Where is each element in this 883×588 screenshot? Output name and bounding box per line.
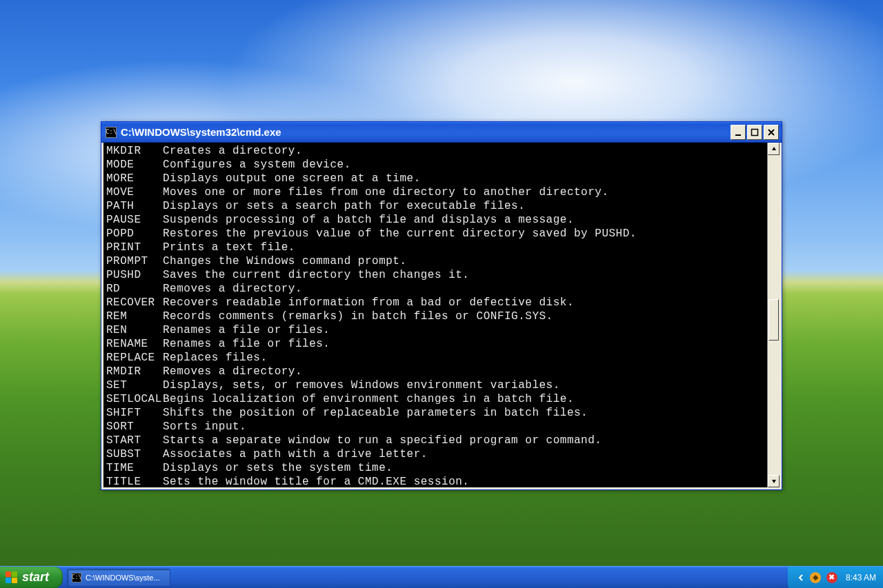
terminal-line: RECOVERRecovers readable information fro… [106,296,764,310]
scroll-thumb[interactable] [768,299,779,341]
command-description: Displays output one screen at a time. [163,172,421,185]
command-name: START [106,434,163,447]
maximize-button[interactable] [747,125,762,140]
chevron-up-icon [771,146,777,152]
command-name: REN [106,323,163,337]
command-description: Changes the Windows command prompt. [163,254,407,268]
command-name: SORT [106,420,163,434]
terminal-line: MOVEMoves one or more files from one dir… [106,185,764,199]
terminal-line: SHIFTShifts the position of replaceable … [106,406,764,420]
command-description: Displays, sets, or removes Windows envir… [163,378,560,392]
terminal-line: REPLACEReplaces files. [106,351,764,365]
taskbar-item-label: C:\WINDOWS\syste... [86,574,160,582]
minimize-button[interactable] [731,125,746,140]
terminal-line: PRINTPrints a text file. [106,241,764,254]
shield-icon[interactable]: ◆ [810,572,821,583]
command-description: Begins localization of environment chang… [163,392,574,406]
command-description: Moves one or more files from one directo… [163,185,609,199]
system-tray: ◆ ✖ 8:43 AM [788,567,883,588]
security-alert-icon[interactable]: ✖ [826,572,837,583]
terminal-line: TIMEDisplays or sets the system time. [106,461,764,475]
command-description: Shifts the position of replaceable param… [163,406,588,420]
command-name: MORE [106,172,163,185]
command-name: PATH [106,199,163,213]
command-name: TIME [106,461,163,475]
terminal-line: POPDRestores the previous value of the c… [106,227,764,241]
cmd-window: C:\ C:\WINDOWS\system32\cmd.exe [101,121,782,490]
window-controls [731,125,779,140]
close-button[interactable] [764,125,779,140]
command-name: PUSHD [106,268,163,282]
svg-rect-0 [735,134,741,136]
cmd-icon: C:\ [72,573,81,582]
command-description: Renames a file or files. [163,323,330,337]
terminal-line: MKDIRCreates a directory. [106,144,764,158]
windows-logo-icon [6,571,18,584]
command-name: PRINT [106,241,163,254]
window-client: MKDIRCreates a directory.MODEConfigures … [101,143,782,489]
desktop[interactable]: C:\ C:\WINDOWS\system32\cmd.exe [0,0,883,588]
command-name: RECOVER [106,296,163,310]
command-description: Sorts input. [163,420,246,434]
terminal-output[interactable]: MKDIRCreates a directory.MODEConfigures … [103,143,767,487]
scroll-track[interactable] [768,155,780,475]
titlebar[interactable]: C:\ C:\WINDOWS\system32\cmd.exe [101,122,782,143]
terminal-line: RENRenames a file or files. [106,323,764,337]
command-description: Saves the current directory then changes… [163,268,469,282]
minimize-icon [734,128,742,136]
command-description: Removes a directory. [163,282,302,296]
scrollbar-vertical [767,143,780,487]
command-description: Removes a directory. [163,365,302,378]
command-name: POPD [106,227,163,241]
command-description: Records comments (remarks) in batch file… [163,310,553,323]
command-name: RENAME [106,337,163,351]
command-description: Suspends processing of a batch file and … [163,213,574,227]
command-description: Starts a separate window to run a specif… [163,434,602,447]
command-description: Prints a text file. [163,241,295,254]
terminal-line: SUBSTAssociates a path with a drive lett… [106,447,764,461]
command-name: MOVE [106,185,163,199]
command-name: MODE [106,158,163,172]
command-description: Replaces files. [163,351,268,365]
terminal-line: RMDIRRemoves a directory. [106,365,764,378]
taskbar-item-cmd[interactable]: C:\ C:\WINDOWS\syste... [67,569,170,587]
taskbar-clock[interactable]: 8:43 AM [846,573,876,582]
terminal-line: MODEConfigures a system device. [106,158,764,172]
terminal-line: SETLOCALBegins localization of environme… [106,392,764,406]
terminal-line: REMRecords comments (remarks) in batch f… [106,310,764,323]
close-icon [767,128,775,136]
command-name: SETLOCAL [106,392,163,406]
chevron-down-icon [771,478,777,484]
tray-expand-button[interactable] [797,574,804,581]
command-name: RD [106,282,163,296]
command-name: REM [106,310,163,323]
start-button[interactable]: start [0,567,63,588]
task-items: C:\ C:\WINDOWS\syste... [63,567,788,588]
terminal-line: PUSHDSaves the current directory then ch… [106,268,764,282]
command-name: RMDIR [106,365,163,378]
terminal-line: TITLESets the window title for a CMD.EXE… [106,475,764,487]
command-description: Configures a system device. [163,158,351,172]
command-description: Associates a path with a drive letter. [163,447,428,461]
terminal-line: STARTStarts a separate window to run a s… [106,434,764,447]
command-name: PROMPT [106,254,163,268]
terminal-line: MOREDisplays output one screen at a time… [106,172,764,185]
command-description: Displays or sets the system time. [163,461,393,475]
taskbar: start C:\ C:\WINDOWS\syste... ◆ ✖ 8:43 A… [0,566,883,588]
cmd-icon: C:\ [106,127,117,138]
command-name: SUBST [106,447,163,461]
scroll-down-button[interactable] [768,475,780,487]
command-name: MKDIR [106,144,163,158]
svg-rect-1 [752,129,758,135]
command-description: Creates a directory. [163,144,302,158]
command-name: PAUSE [106,213,163,227]
terminal-line: PAUSESuspends processing of a batch file… [106,213,764,227]
command-description: Restores the previous value of the curre… [163,227,637,241]
command-name: REPLACE [106,351,163,365]
terminal-line: RENAMERenames a file or files. [106,337,764,351]
terminal-line: SETDisplays, sets, or removes Windows en… [106,378,764,392]
scroll-up-button[interactable] [768,143,780,155]
command-description: Recovers readable information from a bad… [163,296,574,310]
command-description: Sets the window title for a CMD.EXE sess… [163,475,469,487]
start-label: start [22,570,49,585]
